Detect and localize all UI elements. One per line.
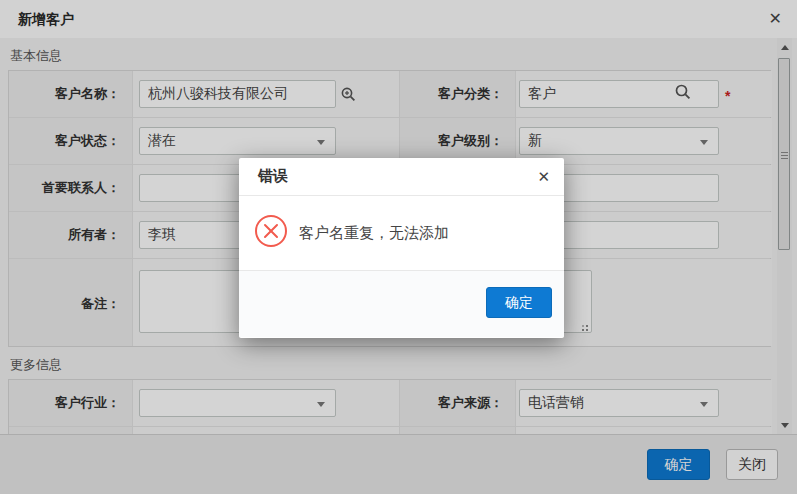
error-modal-body: 客户名重复，无法添加 [239, 196, 564, 270]
error-modal-footer: 确定 [239, 270, 564, 337]
error-modal-header: 错误 ✕ [239, 158, 564, 196]
error-icon [254, 214, 288, 252]
error-modal-title: 错误 [258, 167, 288, 186]
error-modal-close-icon[interactable]: ✕ [537, 168, 550, 186]
error-message: 客户名重复，无法添加 [299, 224, 449, 243]
error-confirm-button[interactable]: 确定 [486, 287, 552, 318]
error-modal: 错误 ✕ 客户名重复，无法添加 确定 [239, 158, 564, 338]
add-customer-dialog: 新增客户 ✕ 基本信息 客户名称： 客户分类： [0, 0, 797, 494]
